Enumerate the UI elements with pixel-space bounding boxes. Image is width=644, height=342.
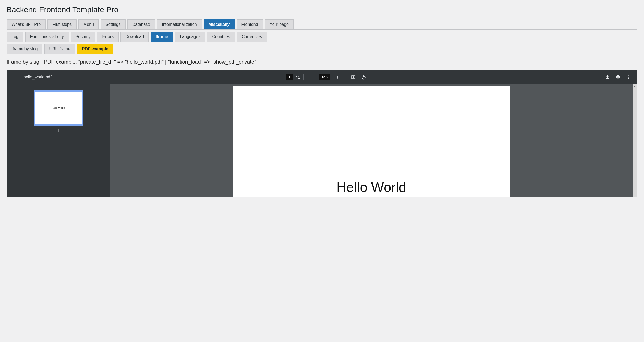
tab-iframe-by-slug[interactable]: Iframe by slug [7, 44, 42, 54]
pdf-main-pane[interactable]: Hello World [110, 84, 633, 197]
menu-icon[interactable] [11, 72, 20, 82]
tab-currencies[interactable]: Currencies [237, 32, 267, 42]
tab-miscellany[interactable]: Miscellany [204, 19, 235, 29]
tab-first-steps[interactable]: First steps [47, 19, 77, 29]
tab-pdf-example[interactable]: PDF example [77, 44, 113, 54]
tab-internationalization[interactable]: Internationalization [157, 19, 202, 29]
pdf-viewer: hello_world.pdf 1 / 1 82% [7, 70, 637, 197]
tab-what-s-bft-pro[interactable]: What's BFT Pro [7, 19, 46, 29]
pdf-scrollbar[interactable] [633, 84, 637, 197]
tab-menu[interactable]: Menu [78, 19, 99, 29]
rotate-button[interactable] [359, 72, 368, 82]
pdf-body: Hello World 1 Hello World [7, 84, 637, 197]
tab-frontend[interactable]: Frontend [237, 19, 263, 29]
thumbnail-text: Hello World [52, 107, 65, 109]
tabs-sub: LogFunctions visibilitySecurityErrorsDow… [7, 32, 637, 42]
tab-settings[interactable]: Settings [101, 19, 126, 29]
tabs-main: What's BFT ProFirst stepsMenuSettingsDat… [7, 19, 637, 30]
print-button[interactable] [613, 72, 623, 82]
tab-errors[interactable]: Errors [97, 32, 119, 42]
more-icon[interactable] [624, 72, 633, 82]
tab-languages[interactable]: Languages [175, 32, 205, 42]
pdf-toolbar: hello_world.pdf 1 / 1 82% [7, 70, 637, 84]
separator [345, 74, 345, 80]
tab-security[interactable]: Security [71, 32, 96, 42]
tab-your-page[interactable]: Your page [265, 19, 294, 29]
tab-functions-visibility[interactable]: Functions visibility [25, 32, 69, 42]
pdf-current-page[interactable]: 1 [286, 74, 293, 80]
page-title: Backend Frontend Template Pro [7, 5, 637, 14]
tab-log[interactable]: Log [7, 32, 23, 42]
tabs-third: Iframe by slugURL iframePDF example [7, 44, 637, 54]
thumbnail-number: 1 [57, 128, 59, 133]
zoom-out-button[interactable] [307, 72, 316, 82]
download-button[interactable] [603, 72, 612, 82]
separator [303, 74, 304, 80]
tab-url-iframe[interactable]: URL iframe [44, 44, 75, 54]
pdf-thumbnail-1[interactable]: Hello World [34, 90, 83, 126]
zoom-in-button[interactable] [333, 72, 342, 82]
tab-download[interactable]: Download [120, 32, 149, 42]
pdf-total-pages: / 1 [296, 75, 300, 80]
pdf-page: Hello World [233, 86, 510, 197]
tab-database[interactable]: Database [127, 19, 155, 29]
pdf-page-content: Hello World [337, 179, 406, 195]
tab-countries[interactable]: Countries [207, 32, 235, 42]
tab-iframe[interactable]: Iframe [151, 32, 173, 42]
pdf-thumbnail-sidebar: Hello World 1 [7, 84, 110, 197]
pdf-filename: hello_world.pdf [23, 75, 52, 80]
subtitle-text: Iframe by slug - PDF example: "private_f… [7, 59, 637, 65]
fit-page-button[interactable] [349, 72, 358, 82]
pdf-zoom-level[interactable]: 82% [319, 74, 330, 80]
